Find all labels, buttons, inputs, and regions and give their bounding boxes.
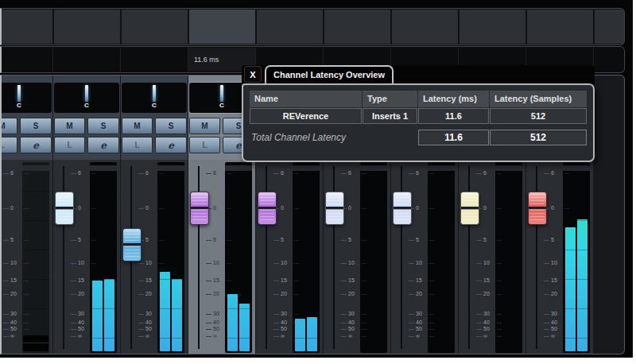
meter-tick (564, 240, 569, 241)
fader-handle-centerline (529, 207, 546, 210)
meter-tick (429, 263, 434, 264)
scale-tick (341, 240, 347, 241)
fader-handle[interactable] (55, 192, 74, 225)
close-icon[interactable]: X (244, 66, 262, 83)
rack-section[interactable] (392, 10, 458, 44)
meter-tick (159, 263, 164, 264)
solo-button[interactable]: S (87, 118, 119, 134)
meter-tick (24, 336, 29, 337)
fader-handle[interactable] (122, 228, 142, 261)
scale-tick (476, 263, 482, 264)
listen-button[interactable]: L (189, 137, 220, 153)
latency-cell (121, 48, 188, 72)
level-meter (90, 162, 117, 353)
meter-tick (429, 329, 434, 330)
level-meter (225, 162, 252, 353)
scale-tick (476, 240, 482, 241)
pan-control[interactable]: C (0, 83, 52, 113)
meter-tick (24, 294, 29, 295)
listen-button[interactable]: L (54, 137, 85, 153)
scale-tick (273, 323, 279, 323)
meter-bar (565, 227, 576, 351)
meter-tick (362, 281, 366, 281)
rack-section[interactable] (54, 10, 120, 44)
rack-section[interactable] (527, 10, 593, 44)
scale-tick (409, 323, 414, 323)
meter-tick (91, 294, 96, 295)
scale-tick (71, 336, 76, 337)
meter-tick (294, 240, 299, 241)
fader-handle-centerline (258, 207, 276, 210)
scale-tick (138, 323, 144, 323)
total-latency-row: Total Channel Latency 11.6 512 (250, 130, 587, 145)
meter-bar (172, 279, 182, 351)
solo-button[interactable]: S (155, 118, 187, 134)
solo-button[interactable]: S (20, 118, 52, 134)
fader-handle[interactable] (190, 192, 209, 225)
fader-handle-centerline (461, 207, 479, 210)
scale-tick (138, 208, 144, 209)
rack-section[interactable] (189, 10, 255, 44)
scale-tick (138, 281, 144, 281)
rack-section[interactable] (257, 10, 323, 44)
scale-tick (206, 263, 211, 264)
scale-tick (341, 263, 347, 264)
popup-tab-title[interactable]: Channel Latency Overview (265, 65, 394, 84)
fader-handle[interactable] (528, 192, 547, 225)
rack-section[interactable] (460, 10, 525, 44)
meter-tick (24, 323, 29, 323)
fader-handle-centerline (326, 207, 343, 210)
meter-tick (564, 294, 569, 295)
meter-bar (104, 279, 114, 351)
meter-tick (294, 314, 299, 315)
rack-section[interactable] (0, 10, 52, 44)
meter-tick (429, 208, 434, 209)
scale-tick (273, 240, 279, 241)
meter-tick (564, 208, 569, 209)
rack-section[interactable] (324, 10, 390, 44)
meter-tick (564, 263, 569, 264)
meter-tick (362, 294, 366, 295)
level-meter (563, 162, 590, 353)
fader-handle[interactable] (393, 192, 412, 225)
mute-button[interactable]: M (54, 118, 85, 134)
pan-center-label: C (54, 102, 119, 109)
scale-tick (71, 173, 76, 174)
meter-tick (159, 329, 164, 330)
mute-button[interactable]: M (122, 118, 153, 134)
meter-tick (294, 263, 299, 264)
scale-tick (544, 314, 549, 315)
edit-button[interactable]: e (87, 137, 119, 153)
level-meter (360, 162, 387, 353)
scale-tick (476, 314, 482, 315)
meter-tick (564, 323, 569, 323)
edit-button[interactable]: e (20, 137, 52, 153)
scale-tick (3, 294, 9, 295)
fader-handle[interactable] (325, 192, 344, 225)
mute-button[interactable]: M (0, 118, 17, 134)
meter-tick (227, 281, 231, 281)
scale-tick (273, 281, 279, 281)
fader-handle[interactable] (258, 192, 277, 225)
meter-peak-cap (225, 165, 252, 171)
meter-tick (91, 329, 96, 330)
listen-button[interactable]: L (122, 137, 153, 153)
scale-tick (544, 263, 549, 264)
edit-button[interactable]: e (155, 137, 187, 153)
pan-control[interactable]: C (122, 83, 187, 113)
popup-body: Name Type Latency (ms) Latency (Samples)… (242, 83, 595, 162)
mute-button[interactable]: M (189, 118, 220, 134)
meter-tick (362, 173, 366, 174)
pan-center-label: C (122, 102, 187, 109)
cell-plugin-name: REVerence (250, 108, 362, 124)
meter-bar (307, 317, 317, 351)
pan-control[interactable]: C (54, 83, 119, 113)
listen-button[interactable]: L (0, 137, 17, 153)
total-latency-ms: 11.6 (418, 130, 489, 145)
total-latency-samples: 512 (490, 130, 587, 145)
meter-tick (24, 240, 29, 241)
fader-handle[interactable] (460, 192, 479, 225)
meter-tick (227, 323, 231, 323)
rack-section[interactable] (122, 10, 188, 44)
scale-tick (409, 294, 414, 295)
